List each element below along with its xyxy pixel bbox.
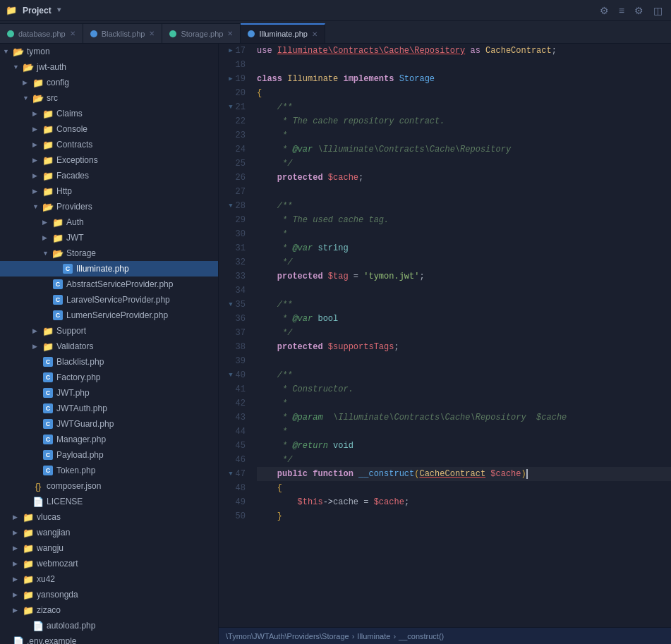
sidebar-item-facades[interactable]: ▶ 📁 Facades (0, 168, 218, 183)
sidebar-item-validators[interactable]: ▶ 📁 Validators (0, 339, 218, 354)
sidebar-item-manager-php[interactable]: C Manager.php (0, 432, 218, 447)
file-c-icon-lumen: C (52, 310, 64, 321)
folder-icon-exceptions: 📁 (42, 154, 54, 166)
ln-25: 25 (224, 157, 246, 171)
code-line-46: */ (257, 453, 671, 467)
code-content[interactable]: ▶17 18 ▶19 20 ▼21 22 23 24 25 26 27 ▼28 … (219, 44, 671, 627)
arrow-console: ▶ (32, 126, 42, 133)
sidebar-item-tymon[interactable]: ▼ 📂 tymon (0, 44, 218, 59)
folder-icon-wangju: 📁 (23, 542, 34, 554)
tab-storage[interactable]: Storage.php ✕ (162, 23, 241, 43)
code-line-30: * (257, 227, 671, 241)
arrow-tymon: ▼ (3, 48, 13, 55)
sidebar-item-env-example[interactable]: 📄 .env.example (0, 633, 218, 644)
sidebar-item-webmozart[interactable]: ▶ 📁 webmozart (0, 556, 218, 571)
sidebar-item-payload-php[interactable]: C Payload.php (0, 447, 218, 463)
sidebar-item-providers[interactable]: ▼ 📂 Providers (0, 199, 218, 214)
arrow-jwt-auth: ▼ (13, 63, 23, 71)
code-line-19: class Illuminate implements Storage (257, 72, 671, 86)
label-wangjian: wangjian (37, 528, 70, 537)
sidebar-item-abstract[interactable]: C AbstractServiceProvider.php (0, 277, 218, 292)
menu-icon[interactable]: ≡ (616, 4, 627, 18)
sidebar-item-auth[interactable]: ▶ 📁 Auth (0, 214, 218, 230)
tab-blacklist[interactable]: Blacklist.php ✕ (83, 23, 163, 43)
code-lines-container[interactable]: use Illuminate\Contracts\Cache\Repositor… (251, 44, 671, 627)
config-icon[interactable]: ⚙ (631, 4, 646, 18)
label-jwtguard-php: JWTGuard.php (56, 419, 114, 429)
sidebar-item-zizaco[interactable]: ▶ 📁 zizaco (0, 602, 218, 618)
sidebar-item-jwtguard-php[interactable]: C JWTGuard.php (0, 416, 218, 432)
tab-database[interactable]: database.php ✕ (0, 23, 83, 43)
code-line-50: } (257, 509, 671, 523)
folder-icon-src: 📂 (32, 92, 44, 104)
sidebar-item-blacklist-php[interactable]: C Blacklist.php (0, 354, 218, 370)
sidebar-item-xu42[interactable]: ▶ 📁 xu42 (0, 571, 218, 587)
tab-close-database[interactable]: ✕ (70, 30, 75, 37)
sidebar-item-exceptions[interactable]: ▶ 📁 Exceptions (0, 152, 218, 168)
sidebar-item-yansongda[interactable]: ▶ 📁 yansongda (0, 587, 218, 602)
ln-35: ▼35 (224, 298, 246, 312)
sidebar-item-composer-json[interactable]: {} composer.json (0, 478, 218, 494)
sidebar-item-claims[interactable]: ▶ 📁 Claims (0, 106, 218, 121)
toolbar-dropdown-icon[interactable]: ▼ (57, 6, 61, 14)
label-vlucas: vlucas (37, 512, 61, 522)
label-webmozart: webmozart (37, 559, 78, 569)
sidebar-item-wangju[interactable]: ▶ 📁 wangju (0, 540, 218, 556)
sidebar-item-storage-folder[interactable]: ▼ 📂 Storage (0, 245, 218, 261)
sidebar-item-factory-php[interactable]: C Factory.php (0, 370, 218, 385)
label-env-example: .env.example (27, 636, 76, 644)
tab-label-blacklist: Blacklist.php (102, 30, 145, 38)
code-line-21: /** (257, 100, 671, 114)
tab-close-blacklist[interactable]: ✕ (149, 30, 155, 37)
file-other-icon-env: 📄 (13, 636, 24, 644)
label-yansongda: yansongda (37, 590, 78, 600)
tab-close-illuminate[interactable]: ✕ (312, 30, 318, 38)
label-abstract: AbstractServiceProvider.php (66, 279, 173, 289)
code-line-36: * @var bool (257, 312, 671, 326)
sidebar-item-jwt-folder[interactable]: ▶ 📁 JWT (0, 230, 218, 245)
file-c-icon-abstract: C (52, 279, 64, 290)
ln-18: 18 (224, 58, 246, 72)
sidebar-item-console[interactable]: ▶ 📁 Console (0, 121, 218, 137)
sidebar-item-src[interactable]: ▼ 📂 src (0, 90, 218, 106)
label-contracts: Contracts (56, 140, 92, 150)
tab-illuminate[interactable]: Illuminate.php ✕ (241, 23, 325, 43)
label-console: Console (56, 124, 87, 134)
ln-21: ▼21 (224, 100, 246, 114)
code-line-44: * (257, 425, 671, 439)
ln-20: 20 (224, 86, 246, 100)
sidebar-item-jwt-auth[interactable]: ▼ 📂 jwt-auth (0, 59, 218, 75)
settings-icon[interactable]: ⚙ (597, 4, 612, 18)
sidebar-item-contracts[interactable]: ▶ 📁 Contracts (0, 137, 218, 152)
sidebar-item-vlucas[interactable]: ▶ 📁 vlucas (0, 509, 218, 525)
sidebar-item-jwt-php[interactable]: C JWT.php (0, 385, 218, 401)
sidebar-item-jwtauth-php[interactable]: C JWTAuth.php (0, 401, 218, 416)
file-c-icon-jwt: C (42, 387, 54, 399)
sidebar-item-autoload[interactable]: 📄 autoload.php (0, 618, 218, 633)
sidebar-item-laravel[interactable]: C LaravelServiceProvider.php (0, 292, 218, 308)
layout-icon[interactable]: ◫ (651, 4, 665, 18)
tab-dot-illuminate (248, 30, 255, 37)
sidebar-item-config[interactable]: ▶ 📁 config (0, 75, 218, 90)
folder-icon-jwt-auth: 📂 (23, 61, 34, 73)
sidebar-item-lumen[interactable]: C LumenServiceProvider.php (0, 308, 218, 323)
code-line-27 (257, 185, 671, 199)
sidebar-item-http[interactable]: ▶ 📁 Http (0, 183, 218, 199)
ln-48: 48 (224, 481, 246, 495)
sidebar-item-token-php[interactable]: C Token.php (0, 463, 218, 478)
arrow-xu42: ▶ (13, 576, 23, 583)
status-sep2: › (393, 632, 396, 640)
tab-close-storage[interactable]: ✕ (227, 30, 233, 37)
sidebar-item-support[interactable]: ▶ 📁 Support (0, 323, 218, 339)
code-line-20: { (257, 86, 671, 100)
sidebar-item-wangjian[interactable]: ▶ 📁 wangjian (0, 525, 218, 540)
status-path: \Tymon\JWTAuth\Providers\Storage (226, 632, 349, 640)
code-line-39 (257, 354, 671, 368)
sidebar-item-license[interactable]: 📄 LICENSE (0, 494, 218, 509)
arrow-exceptions: ▶ (32, 157, 42, 164)
sidebar-item-illuminate-php[interactable]: C Illuminate.php (0, 261, 218, 277)
label-autoload: autoload.php (47, 621, 95, 631)
arrow-webmozart: ▶ (13, 560, 23, 567)
label-claims: Claims (56, 109, 83, 119)
line-numbers: ▶17 18 ▶19 20 ▼21 22 23 24 25 26 27 ▼28 … (219, 44, 251, 627)
